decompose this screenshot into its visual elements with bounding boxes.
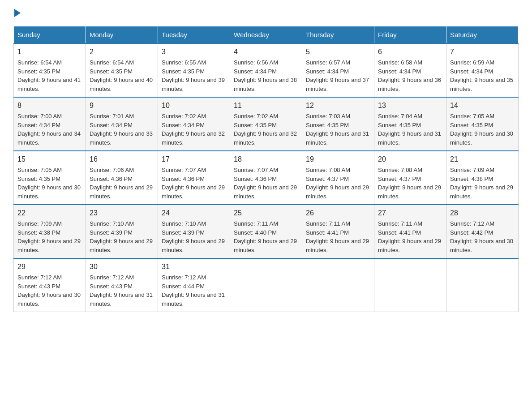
sunset-text: Sunset: 4:37 PM	[378, 176, 421, 182]
sunrise-text: Sunrise: 7:08 AM	[306, 167, 350, 173]
sunset-text: Sunset: 4:44 PM	[162, 283, 205, 290]
sunrise-text: Sunrise: 7:12 AM	[162, 274, 206, 281]
daylight-text: Daylight: 9 hours and 30 minutes.	[17, 184, 81, 200]
header-monday: Monday	[86, 26, 158, 44]
sunset-text: Sunset: 4:43 PM	[17, 283, 60, 290]
day-number: 2	[90, 47, 154, 57]
calendar-cell: 19Sunrise: 7:08 AMSunset: 4:37 PMDayligh…	[302, 151, 374, 205]
sunset-text: Sunset: 4:39 PM	[162, 229, 205, 236]
day-number: 20	[378, 154, 442, 165]
daylight-text: Daylight: 9 hours and 29 minutes.	[306, 184, 369, 200]
header-tuesday: Tuesday	[158, 26, 230, 44]
daylight-text: Daylight: 9 hours and 37 minutes.	[306, 77, 369, 92]
daylight-text: Daylight: 9 hours and 38 minutes.	[234, 77, 297, 92]
sunrise-text: Sunrise: 7:01 AM	[90, 113, 134, 120]
header-wednesday: Wednesday	[230, 26, 302, 44]
calendar-cell: 3Sunrise: 6:55 AMSunset: 4:35 PMDaylight…	[158, 43, 230, 97]
calendar-cell	[230, 258, 302, 312]
calendar-cell: 28Sunrise: 7:12 AMSunset: 4:42 PMDayligh…	[446, 205, 519, 258]
day-number: 28	[450, 208, 515, 218]
sunset-text: Sunset: 4:39 PM	[90, 229, 133, 236]
day-number: 18	[234, 154, 298, 165]
sunset-text: Sunset: 4:34 PM	[162, 122, 205, 128]
sunset-text: Sunset: 4:34 PM	[234, 68, 277, 75]
calendar-cell: 5Sunrise: 6:57 AMSunset: 4:34 PMDaylight…	[302, 43, 374, 97]
calendar-cell: 20Sunrise: 7:08 AMSunset: 4:37 PMDayligh…	[374, 151, 446, 205]
daylight-text: Daylight: 9 hours and 29 minutes.	[90, 238, 153, 253]
sunrise-text: Sunrise: 7:05 AM	[450, 113, 494, 120]
sunset-text: Sunset: 4:38 PM	[17, 229, 60, 236]
daylight-text: Daylight: 9 hours and 29 minutes.	[378, 238, 441, 253]
week-row-4: 22Sunrise: 7:09 AMSunset: 4:38 PMDayligh…	[14, 205, 519, 258]
sunset-text: Sunset: 4:43 PM	[90, 283, 133, 290]
day-number: 11	[234, 100, 298, 111]
daylight-text: Daylight: 9 hours and 29 minutes.	[378, 184, 441, 200]
sunset-text: Sunset: 4:34 PM	[90, 122, 133, 128]
day-number: 6	[378, 47, 442, 57]
header-friday: Friday	[374, 26, 446, 44]
sunset-text: Sunset: 4:40 PM	[234, 229, 277, 236]
calendar-header-row: SundayMondayTuesdayWednesdayThursdayFrid…	[14, 26, 519, 44]
daylight-text: Daylight: 9 hours and 31 minutes.	[306, 130, 369, 146]
calendar-cell: 1Sunrise: 6:54 AMSunset: 4:35 PMDaylight…	[14, 43, 86, 97]
sunset-text: Sunset: 4:36 PM	[234, 176, 277, 182]
calendar-cell: 2Sunrise: 6:54 AMSunset: 4:35 PMDaylight…	[86, 43, 158, 97]
sunrise-text: Sunrise: 6:54 AM	[17, 59, 62, 66]
day-number: 8	[17, 100, 82, 111]
calendar-cell	[446, 258, 519, 312]
calendar-cell	[374, 258, 446, 312]
daylight-text: Daylight: 9 hours and 29 minutes.	[17, 238, 81, 253]
sunset-text: Sunset: 4:35 PM	[90, 68, 133, 75]
daylight-text: Daylight: 9 hours and 30 minutes.	[17, 291, 81, 307]
day-number: 12	[306, 100, 370, 111]
sunset-text: Sunset: 4:35 PM	[162, 68, 205, 75]
calendar-cell: 4Sunrise: 6:56 AMSunset: 4:34 PMDaylight…	[230, 43, 302, 97]
daylight-text: Daylight: 9 hours and 29 minutes.	[450, 184, 513, 200]
sunset-text: Sunset: 4:35 PM	[234, 122, 277, 128]
sunset-text: Sunset: 4:37 PM	[306, 176, 349, 182]
sunset-text: Sunset: 4:41 PM	[306, 229, 349, 236]
sunrise-text: Sunrise: 7:00 AM	[17, 113, 62, 120]
calendar-cell	[302, 258, 374, 312]
sunrise-text: Sunrise: 7:07 AM	[162, 167, 206, 173]
sunrise-text: Sunrise: 7:08 AM	[378, 167, 422, 173]
calendar-cell: 16Sunrise: 7:06 AMSunset: 4:36 PMDayligh…	[86, 151, 158, 205]
daylight-text: Daylight: 9 hours and 29 minutes.	[90, 184, 153, 200]
sunset-text: Sunset: 4:38 PM	[450, 176, 493, 182]
calendar-cell: 29Sunrise: 7:12 AMSunset: 4:43 PMDayligh…	[14, 258, 86, 312]
calendar-cell: 23Sunrise: 7:10 AMSunset: 4:39 PMDayligh…	[86, 205, 158, 258]
calendar-cell: 10Sunrise: 7:02 AMSunset: 4:34 PMDayligh…	[158, 97, 230, 151]
sunset-text: Sunset: 4:34 PM	[450, 68, 493, 75]
calendar-cell: 26Sunrise: 7:11 AMSunset: 4:41 PMDayligh…	[302, 205, 374, 258]
day-number: 7	[450, 47, 515, 57]
sunrise-text: Sunrise: 7:10 AM	[90, 220, 134, 227]
day-number: 22	[17, 208, 82, 218]
week-row-5: 29Sunrise: 7:12 AMSunset: 4:43 PMDayligh…	[14, 258, 519, 312]
daylight-text: Daylight: 9 hours and 30 minutes.	[450, 238, 513, 253]
calendar-cell: 24Sunrise: 7:10 AMSunset: 4:39 PMDayligh…	[158, 205, 230, 258]
daylight-text: Daylight: 9 hours and 31 minutes.	[90, 291, 153, 307]
calendar-cell: 17Sunrise: 7:07 AMSunset: 4:36 PMDayligh…	[158, 151, 230, 205]
sunset-text: Sunset: 4:35 PM	[17, 176, 60, 182]
daylight-text: Daylight: 9 hours and 34 minutes.	[17, 130, 81, 146]
day-number: 19	[306, 154, 370, 165]
sunrise-text: Sunrise: 7:12 AM	[90, 274, 134, 281]
day-number: 21	[450, 154, 515, 165]
calendar-cell: 7Sunrise: 6:59 AMSunset: 4:34 PMDaylight…	[446, 43, 519, 97]
calendar-cell: 13Sunrise: 7:04 AMSunset: 4:35 PMDayligh…	[374, 97, 446, 151]
day-number: 10	[162, 100, 226, 111]
sunrise-text: Sunrise: 6:54 AM	[90, 59, 134, 66]
daylight-text: Daylight: 9 hours and 41 minutes.	[17, 77, 81, 92]
week-row-2: 8Sunrise: 7:00 AMSunset: 4:34 PMDaylight…	[14, 97, 519, 151]
day-number: 4	[234, 47, 298, 57]
calendar-cell: 12Sunrise: 7:03 AMSunset: 4:35 PMDayligh…	[302, 97, 374, 151]
sunrise-text: Sunrise: 7:06 AM	[90, 167, 134, 173]
sunrise-text: Sunrise: 7:02 AM	[162, 113, 206, 120]
calendar-cell: 8Sunrise: 7:00 AMSunset: 4:34 PMDaylight…	[14, 97, 86, 151]
sunrise-text: Sunrise: 7:11 AM	[306, 220, 350, 227]
calendar-cell: 25Sunrise: 7:11 AMSunset: 4:40 PMDayligh…	[230, 205, 302, 258]
daylight-text: Daylight: 9 hours and 35 minutes.	[450, 77, 513, 92]
calendar-cell: 14Sunrise: 7:05 AMSunset: 4:35 PMDayligh…	[446, 97, 519, 151]
daylight-text: Daylight: 9 hours and 36 minutes.	[378, 77, 441, 92]
day-number: 16	[90, 154, 154, 165]
